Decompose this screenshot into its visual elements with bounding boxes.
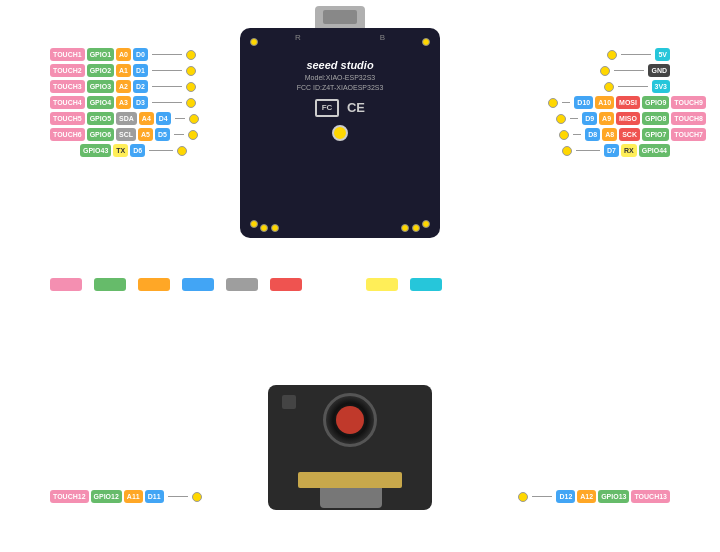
- pin-a8: A8: [602, 128, 617, 141]
- pin-touch12: TOUCH12: [50, 490, 89, 503]
- legend-i2c: [226, 278, 258, 291]
- gpio-dot-r2: [600, 66, 610, 76]
- pin-gpio3: GPIO3: [87, 80, 114, 93]
- pin-touch8: TOUCH8: [671, 112, 706, 125]
- connector-line-r1: [621, 54, 651, 55]
- pin-rx: RX: [621, 144, 637, 157]
- gpio-dot-5: [189, 114, 199, 124]
- ce-logo: CE: [347, 100, 365, 115]
- legend-color-uart: [366, 278, 398, 291]
- legend-power: [410, 278, 442, 291]
- fc-logo: FC: [315, 99, 339, 117]
- connector-line-1: [152, 54, 182, 55]
- connector-line-2: [152, 70, 182, 71]
- pin-a1: A1: [116, 64, 131, 77]
- legend-color-touch: [50, 278, 82, 291]
- gpio-dot-6: [188, 130, 198, 140]
- legend-touch: [50, 278, 82, 291]
- gpio-dot-r4: [548, 98, 558, 108]
- corner-b-label: B: [380, 33, 385, 42]
- pin-touch2: TOUCH2: [50, 64, 85, 77]
- cam-connector-right: [532, 496, 552, 497]
- legend-uart: [366, 278, 398, 291]
- certifications: FC CE: [315, 99, 365, 117]
- main-board: R B seeed studio Model:XIAO-ESP32S3 FCC …: [240, 28, 440, 238]
- pin-row-4: TOUCH4 GPIO4 A3 D3: [50, 96, 196, 109]
- cam-gpio-dot-right: [518, 492, 528, 502]
- usb-connector: [315, 16, 365, 44]
- pin-d6: D6: [130, 144, 145, 157]
- pin-row-r6: TOUCH7 GPIO7 SCK A8 D8: [559, 128, 706, 141]
- board-led: [332, 125, 348, 141]
- pin-touch7: TOUCH7: [671, 128, 706, 141]
- pin-gpio2: GPIO2: [87, 64, 114, 77]
- pin-gpio43: GPIO43: [80, 144, 111, 157]
- pin-d12: D12: [556, 490, 575, 503]
- pin-d10: D10: [574, 96, 593, 109]
- cam-connector-left: [168, 496, 188, 497]
- connector-line-r7: [576, 150, 600, 151]
- pin-a3: A3: [116, 96, 131, 109]
- gpio-pad: [260, 224, 268, 232]
- gpio-dot-4: [186, 98, 196, 108]
- pin-touch13: TOUCH13: [631, 490, 670, 503]
- camera-lens-inner: [336, 406, 364, 434]
- pin-a2: A2: [116, 80, 131, 93]
- legend-gpio: [94, 278, 126, 291]
- pin-gpio6: GPIO6: [87, 128, 114, 141]
- pin-row-r2: GND: [600, 64, 670, 77]
- legend-color-spi: [270, 278, 302, 291]
- legend-spi: [270, 278, 302, 291]
- connector-line-3: [152, 86, 182, 87]
- pin-sda: SDA: [116, 112, 137, 125]
- pin-gpio7: GPIO7: [642, 128, 669, 141]
- pin-sck: SCK: [619, 128, 640, 141]
- legend-color-power: [410, 278, 442, 291]
- main-container: R B seeed studio Model:XIAO-ESP32S3 FCC …: [0, 0, 720, 552]
- pin-mosi: MOSI: [616, 96, 640, 109]
- pin-gpio9: GPIO9: [642, 96, 669, 109]
- brand-name: seeed studio: [297, 58, 384, 73]
- pin-d9: D9: [582, 112, 597, 125]
- pin-gpio5: GPIO5: [87, 112, 114, 125]
- cam-pin-row-right: TOUCH13 GPIO13 A12 D12: [518, 490, 670, 503]
- pin-d4: D4: [156, 112, 171, 125]
- pin-touch3: TOUCH3: [50, 80, 85, 93]
- gpio-dot-1: [186, 50, 196, 60]
- legend-color-i2c: [226, 278, 258, 291]
- pin-row-3: TOUCH3 GPIO3 A2 D2: [50, 80, 196, 93]
- gpio-dot-r7: [562, 146, 572, 156]
- pin-touch5: TOUCH5: [50, 112, 85, 125]
- pin-d0: D0: [133, 48, 148, 61]
- board-info: seeed studio Model:XIAO-ESP32S3 FCC ID:Z…: [297, 58, 384, 93]
- gpio-pad: [271, 224, 279, 232]
- pin-a0: A0: [116, 48, 131, 61]
- gpio-dot-r1: [607, 50, 617, 60]
- pin-d2: D2: [133, 80, 148, 93]
- pin-gpio1: GPIO1: [87, 48, 114, 61]
- gpio-dot-r5: [556, 114, 566, 124]
- pin-5v: 5V: [655, 48, 670, 61]
- model-line2: FCC ID:Z4T-XIAOESP32S3: [297, 83, 384, 93]
- gpio-dot-3: [186, 82, 196, 92]
- gpio-pad: [412, 224, 420, 232]
- camera-lens: [323, 393, 377, 447]
- pin-row-r1: 5V: [607, 48, 670, 61]
- pin-a9: A9: [599, 112, 614, 125]
- bottom-gpio-row: [260, 224, 420, 232]
- gpio-pad: [401, 224, 409, 232]
- pin-row-2: TOUCH2 GPIO2 A1 D1: [50, 64, 196, 77]
- pin-d11: D11: [145, 490, 164, 503]
- cam-pin-row-left: TOUCH12 GPIO12 A11 D11: [50, 490, 202, 503]
- cam-gpio-dot-left: [192, 492, 202, 502]
- camera-button: [282, 395, 296, 409]
- pin-d7: D7: [604, 144, 619, 157]
- pin-a11: A11: [124, 490, 143, 503]
- connector-line-r4: [562, 102, 570, 103]
- connector-line-r3: [618, 86, 648, 87]
- connector-line-7: [149, 150, 173, 151]
- corner-dot-tr: [422, 38, 430, 46]
- gpio-dot-r3: [604, 82, 614, 92]
- gpio-dot-7: [177, 146, 187, 156]
- pin-row-r4: TOUCH9 GPIO9 MOSI A10 D10: [548, 96, 706, 109]
